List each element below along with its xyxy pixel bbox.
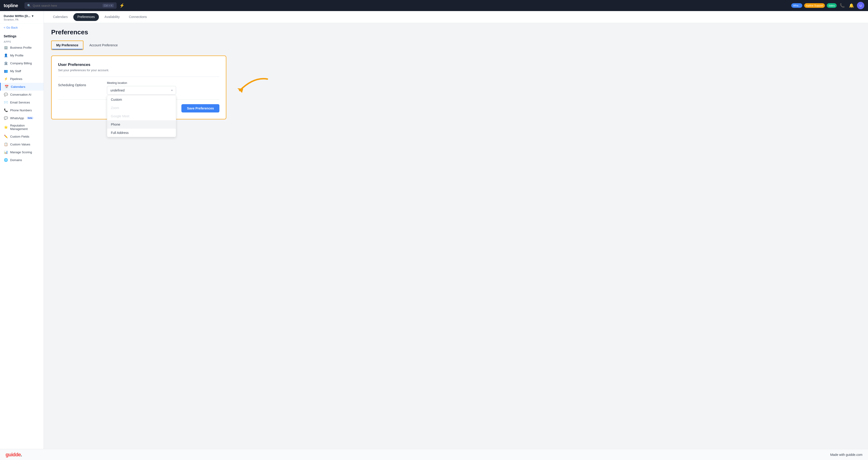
guidde-logo-dot: . <box>21 452 22 457</box>
sidebar-item-reputation-management[interactable]: ⭐ Reputation Management <box>0 122 43 132</box>
sidebar-item-custom-values[interactable]: 📋 Custom Values <box>0 140 43 148</box>
conversation-ai-icon: 💬 <box>4 92 8 97</box>
phone-icon[interactable]: 📞 <box>838 2 846 9</box>
sidebar-item-domains[interactable]: 🌐 Domains <box>0 156 43 164</box>
meeting-location-field: Meeting location undefined ▾ Custom Zoom… <box>107 81 219 95</box>
email-services-icon: ✉️ <box>4 100 8 104</box>
sidebar-item-label: Custom Fields <box>10 135 29 138</box>
sidebar-item-label: Email Services <box>10 101 30 104</box>
guidde-tagline: Made with guidde.com <box>830 453 863 457</box>
dropdown-option-custom[interactable]: Custom <box>107 95 176 104</box>
calendars-icon: 📅 <box>4 85 8 89</box>
apps-section-label: Apps <box>0 39 43 43</box>
sub-tab-account-preference[interactable]: Account Preference <box>84 40 123 50</box>
chevron-down-icon: ▾ <box>171 89 173 92</box>
settings-section-title: Settings <box>0 32 43 39</box>
sidebar-header: Dunder Mifflin [D... ▾ Scranton, PA <box>0 11 43 24</box>
meeting-location-dropdown[interactable]: undefined ▾ <box>107 86 176 95</box>
sidebar-item-label: Manage Scoring <box>10 151 32 154</box>
dropdown-option-phone[interactable]: Phone <box>107 120 176 129</box>
whatsapp-icon: 💬 <box>4 116 8 120</box>
manage-scoring-icon: 📊 <box>4 150 8 154</box>
dropdown-option-google-meet: Google Meet <box>107 112 176 120</box>
custom-fields-icon: ✏️ <box>4 134 8 139</box>
support-pill[interactable]: topline Support <box>804 3 825 8</box>
annotation-arrow <box>226 74 272 98</box>
business-profile-icon: 🏢 <box>4 45 8 50</box>
tab-availability[interactable]: Availability <box>101 12 123 22</box>
sidebar-item-label: WhatsApp <box>10 116 24 120</box>
user-preferences-card: User Preferences Set your preferences fo… <box>51 56 226 119</box>
sidebar-item-email-services[interactable]: ✉️ Email Services <box>0 98 43 106</box>
scheduling-options-label: Scheduling Options <box>58 81 99 87</box>
card-divider <box>58 76 219 77</box>
topnav-actions: Wha... topline Support dates 📞 🔔 U <box>791 2 864 9</box>
search-input[interactable] <box>33 4 101 7</box>
guidde-footer: guidde. Made with guidde.com <box>0 449 868 460</box>
sidebar-item-label: Business Profile <box>10 46 32 49</box>
sidebar-item-whatsapp[interactable]: 💬 WhatsApp beta <box>0 114 43 122</box>
app-logo: topline <box>4 3 18 8</box>
my-profile-icon: 👤 <box>4 53 8 57</box>
whatsapp-pill[interactable]: Wha... <box>791 3 802 8</box>
dropdown-selected-value: undefined <box>111 89 125 92</box>
sidebar-item-label: My Staff <box>10 69 21 73</box>
guidde-logo: guidde. <box>5 452 22 458</box>
org-name: Dunder Mifflin [D... <box>4 14 30 18</box>
org-selector[interactable]: Dunder Mifflin [D... ▾ <box>4 14 40 18</box>
sidebar-item-label: Phone Numbers <box>10 109 32 112</box>
beta-badge: beta <box>27 117 33 119</box>
dropdown-option-zoom: Zoom <box>107 104 176 112</box>
domains-icon: 🌐 <box>4 158 8 162</box>
pipelines-icon: ⚡ <box>4 77 8 81</box>
dates-pill[interactable]: dates <box>827 3 837 8</box>
phone-numbers-icon: 📞 <box>4 108 8 112</box>
chevron-down-icon: ▾ <box>32 14 33 18</box>
org-location: Scranton, PA <box>4 18 40 21</box>
sub-tab-my-preference[interactable]: My Preference <box>52 41 83 50</box>
sidebar-item-label: Reputation Management <box>10 124 40 131</box>
user-avatar[interactable]: U <box>857 2 864 9</box>
sidebar-item-label: Conversation AI <box>10 93 31 96</box>
user-preferences-title: User Preferences <box>58 62 219 67</box>
main-content: Calendars Preferences Availability Conne… <box>44 11 868 449</box>
sidebar-item-company-billing[interactable]: 🏛️ Company Billing <box>0 59 43 67</box>
sidebar-item-my-profile[interactable]: 👤 My Profile <box>0 52 43 59</box>
sidebar-item-label: Pipelines <box>10 77 22 81</box>
svg-marker-0 <box>238 88 243 93</box>
save-preferences-button[interactable]: Save Preferences <box>181 104 219 113</box>
sidebar-item-calendars[interactable]: 📅 Calendars <box>0 83 43 91</box>
company-billing-icon: 🏛️ <box>4 61 8 65</box>
custom-values-icon: 📋 <box>4 142 8 146</box>
tabs-bar: Calendars Preferences Availability Conne… <box>44 11 868 23</box>
sidebar-item-label: Domains <box>10 158 22 162</box>
page-title: Preferences <box>51 29 861 36</box>
search-shortcut: Ctrl + K <box>102 4 114 7</box>
go-back-button[interactable]: < Go Back <box>0 24 43 32</box>
sidebar-item-custom-fields[interactable]: ✏️ Custom Fields <box>0 132 43 140</box>
sidebar-item-pipelines[interactable]: ⚡ Pipelines <box>0 75 43 83</box>
top-navigation: topline 🔍 Ctrl + K ⚡ Wha... topline Supp… <box>0 0 868 11</box>
tab-calendars[interactable]: Calendars <box>49 12 71 22</box>
sidebar-item-conversation-ai[interactable]: 💬 Conversation AI <box>0 91 43 98</box>
sidebar-item-my-staff[interactable]: 👥 My Staff <box>0 67 43 75</box>
notification-bell-icon[interactable]: 🔔 <box>848 2 855 9</box>
sidebar-item-business-profile[interactable]: 🏢 Business Profile <box>0 43 43 52</box>
dropdown-menu: Custom Zoom Google Meet Phone Full Addre… <box>107 95 176 137</box>
app-body: Dunder Mifflin [D... ▾ Scranton, PA < Go… <box>0 11 868 449</box>
meeting-location-label: Meeting location <box>107 81 219 85</box>
dropdown-option-full-address[interactable]: Full Address <box>107 129 176 137</box>
tab-preferences[interactable]: Preferences <box>73 13 99 21</box>
lightning-icon[interactable]: ⚡ <box>119 3 124 8</box>
sidebar-item-label: Company Billing <box>10 62 32 65</box>
tab-connections[interactable]: Connections <box>125 12 151 22</box>
sidebar-item-label: Calendars <box>11 85 25 89</box>
sidebar-item-manage-scoring[interactable]: 📊 Manage Scoring <box>0 148 43 156</box>
scheduling-options-row: Scheduling Options Meeting location unde… <box>58 81 219 95</box>
my-staff-icon: 👥 <box>4 69 8 73</box>
user-preferences-subtitle: Set your preferences for your account. <box>58 68 219 72</box>
search-bar[interactable]: 🔍 Ctrl + K <box>25 2 117 9</box>
sidebar-item-phone-numbers[interactable]: 📞 Phone Numbers <box>0 106 43 114</box>
reputation-management-icon: ⭐ <box>4 125 8 129</box>
sub-tabs: My Preference Account Preference <box>51 40 861 50</box>
